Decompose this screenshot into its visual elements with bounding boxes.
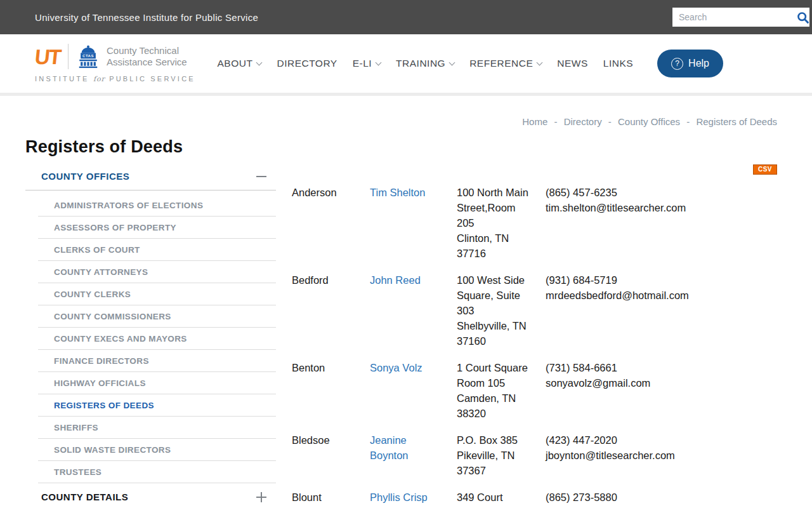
table-row: Bledsoe Jeanine Boynton P.O. Box 385 Pik… <box>292 432 777 478</box>
official-name-link[interactable]: Phyllis Crisp <box>370 491 428 503</box>
search-input[interactable] <box>672 8 796 27</box>
sidebar-section-title: COUNTY OFFICES <box>41 171 129 182</box>
email-address: tim.shelton@titlesearcher.com <box>546 200 777 215</box>
official-name-link[interactable]: Tim Shelton <box>370 187 425 198</box>
breadcrumb-current-page[interactable]: Registers of Deeds <box>696 116 777 127</box>
main-header: UT CTAS County Te <box>0 34 812 96</box>
sidebar-section-county-details[interactable]: COUNTY DETAILS <box>25 483 276 508</box>
address-cell: 349 Court Street <box>457 490 546 508</box>
address-cell: P.O. Box 385 Pikeville, TN 37367 <box>457 432 546 478</box>
breadcrumb-county-offices[interactable]: County Offices <box>618 116 680 127</box>
help-button[interactable]: ? Help <box>657 50 723 77</box>
ctas-capitol-icon: CTAS <box>76 44 100 69</box>
breadcrumb-home[interactable]: Home <box>522 116 547 127</box>
top-utility-bar: University of Tennessee Institute for Pu… <box>0 0 812 34</box>
sidebar-item-sheriffs[interactable]: SHERIFFS <box>38 417 276 439</box>
sidebar-item-finance-directors[interactable]: FINANCE DIRECTORS <box>38 350 276 372</box>
breadcrumb-separator: - <box>554 116 557 127</box>
contact-cell: (865) 273-5880 pcrisp@blounttn.org <box>546 490 777 508</box>
nav-links[interactable]: LINKS <box>603 58 633 69</box>
sidebar-list: ADMINISTRATORS OF ELECTIONS ASSESSORS OF… <box>25 190 276 483</box>
search-box[interactable] <box>672 8 777 27</box>
chevron-down-icon <box>449 59 455 65</box>
address-cell: 1 Court Square Room 105 Camden, TN 38320 <box>457 360 546 421</box>
main-content: Home - Directory - County Offices - Regi… <box>0 116 812 508</box>
address-street: 1 Court Square Room 105 <box>457 360 532 391</box>
official-name-link[interactable]: Jeanine Boynton <box>370 434 409 461</box>
official-name-link[interactable]: John Reed <box>370 274 421 286</box>
chevron-down-icon <box>256 59 263 65</box>
sidebar-item-county-attorneys[interactable]: COUNTY ATTORNEYS <box>38 261 276 283</box>
sidebar-item-registers-of-deeds[interactable]: REGISTERS OF DEEDS <box>38 394 276 417</box>
ut-logo: UT <box>34 46 61 67</box>
nav-directory[interactable]: DIRECTORY <box>277 58 337 69</box>
breadcrumb-separator: - <box>686 116 690 127</box>
sidebar-item-county-execs-and-mayors[interactable]: COUNTY EXECS AND MAYORS <box>38 328 276 350</box>
sidebar-item-trustees[interactable]: TRUSTEES <box>38 461 276 483</box>
sidebar-item-assessors-of-property[interactable]: ASSESSORS OF PROPERTY <box>38 217 276 239</box>
email-address: jboynton@titlesearcher.com <box>546 448 777 463</box>
address-street: 349 Court Street <box>457 490 532 508</box>
county-cell: Benton <box>292 360 370 421</box>
expand-plus-icon[interactable] <box>256 492 266 502</box>
address-city: Camden, TN 38320 <box>457 391 532 421</box>
email-address: pcrisp@blounttn.org <box>546 505 777 508</box>
nav-about[interactable]: ABOUT <box>218 58 262 69</box>
email-address: sonyavolz@gmail.com <box>546 375 777 391</box>
sidebar-item-highway-officials[interactable]: HIGHWAY OFFICIALS <box>38 372 276 394</box>
nav-news[interactable]: NEWS <box>557 58 588 69</box>
county-cell: Bledsoe <box>292 432 370 478</box>
logo-divider <box>68 44 69 69</box>
phone-number: (865) 457-6235 <box>546 185 777 200</box>
table-row: Blount Phyllis Crisp 349 Court Street (8… <box>292 490 777 508</box>
ctas-icon-label: CTAS <box>82 54 94 58</box>
table-row: Anderson Tim Shelton 100 North Main Stre… <box>292 185 777 261</box>
nav-e-li[interactable]: E-LI <box>353 58 381 69</box>
email-address: mrdeedsbedford@hotmail.com <box>546 288 777 303</box>
official-name-link[interactable]: Sonya Volz <box>370 362 422 373</box>
search-submit-button[interactable] <box>796 8 809 27</box>
directory-content: CSV Anderson Tim Shelton 100 North Main … <box>292 161 777 508</box>
sidebar-section-county-offices[interactable]: COUNTY OFFICES <box>25 161 276 190</box>
address-city: Clinton, TN 37716 <box>457 231 532 261</box>
contact-cell: (423) 447-2020 jboynton@titlesearcher.co… <box>546 432 777 478</box>
registers-table: Anderson Tim Shelton 100 North Main Stre… <box>292 185 777 508</box>
sidebar-item-clerks-of-court[interactable]: CLERKS OF COURT <box>38 239 276 261</box>
csv-export-button[interactable]: CSV <box>753 164 777 175</box>
contact-cell: (931) 684-5719 mrdeedsbedford@hotmail.co… <box>546 272 777 349</box>
nav-reference[interactable]: REFERENCE <box>469 58 542 69</box>
search-icon <box>796 11 809 24</box>
site-title: University of Tennessee Institute for Pu… <box>35 12 258 23</box>
primary-nav: ABOUT DIRECTORY E-LI TRAINING REFERENCE … <box>218 50 723 77</box>
sidebar: COUNTY OFFICES ADMINISTRATORS OF ELECTIO… <box>25 161 276 508</box>
address-street: 100 North Main Street,Room 205 <box>457 185 532 231</box>
table-row: Bedford John Reed 100 West Side Square, … <box>292 272 777 349</box>
phone-number: (423) 447-2020 <box>546 432 777 448</box>
sidebar-item-solid-waste-directors[interactable]: SOLID WASTE DIRECTORS <box>38 439 276 461</box>
nav-training[interactable]: TRAINING <box>396 58 454 69</box>
address-cell: 100 West Side Square, Suite 303 Shelbyvi… <box>457 272 546 349</box>
sidebar-item-administrators-of-elections[interactable]: ADMINISTRATORS OF ELECTIONS <box>38 194 276 217</box>
chevron-down-icon <box>376 59 382 65</box>
sidebar-item-county-clerks[interactable]: COUNTY CLERKS <box>38 283 276 305</box>
county-cell: Anderson <box>292 185 370 261</box>
breadcrumb-separator: - <box>608 116 612 127</box>
address-city: Pikeville, TN 37367 <box>457 448 532 478</box>
sidebar-section-title: COUNTY DETAILS <box>41 491 128 502</box>
address-street: 100 West Side Square, Suite 303 <box>457 272 532 318</box>
phone-number: (865) 273-5880 <box>546 490 777 505</box>
phone-number: (931) 684-5719 <box>546 272 777 288</box>
breadcrumb-directory[interactable]: Directory <box>564 116 602 127</box>
address-city: Shelbyville, TN 37160 <box>457 318 532 349</box>
county-cell: Blount <box>292 490 370 508</box>
institute-tagline: INSTITUTE for PUBLIC SERVICE <box>35 75 195 83</box>
address-street: P.O. Box 385 <box>457 432 532 448</box>
site-logo[interactable]: UT CTAS County Te <box>35 44 195 83</box>
contact-cell: (865) 457-6235 tim.shelton@titlesearcher… <box>546 185 777 261</box>
phone-number: (731) 584-6661 <box>546 360 777 375</box>
question-mark-icon: ? <box>671 58 683 70</box>
collapse-minus-icon[interactable] <box>256 176 266 177</box>
contact-cell: (731) 584-6661 sonyavolz@gmail.com <box>546 360 777 421</box>
table-row: Benton Sonya Volz 1 Court Square Room 10… <box>292 360 777 421</box>
sidebar-item-county-commissioners[interactable]: COUNTY COMMISSIONERS <box>38 305 276 328</box>
